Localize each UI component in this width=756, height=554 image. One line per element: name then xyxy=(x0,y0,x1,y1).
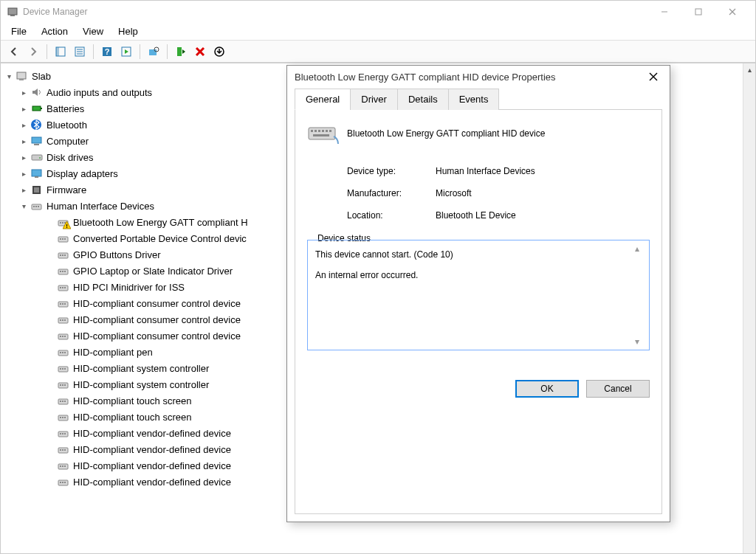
root-icon xyxy=(16,70,29,82)
scan-hardware-button[interactable] xyxy=(145,43,162,60)
hid-icon xyxy=(57,443,70,455)
tree-label: Batteries xyxy=(47,103,84,114)
chevron-down-icon[interactable]: ▾ xyxy=(4,71,14,81)
menu-file[interactable]: File xyxy=(4,24,34,38)
tree-label: GPIO Laptop or Slate Indicator Driver xyxy=(73,266,233,277)
svg-point-29 xyxy=(39,157,41,159)
action-button[interactable] xyxy=(117,43,135,60)
tree-label: Display adapters xyxy=(47,168,118,179)
menu-action[interactable]: Action xyxy=(34,24,75,38)
update-button[interactable] xyxy=(210,43,228,60)
scroll-up-icon[interactable]: ▴ xyxy=(635,242,647,255)
svg-rect-78 xyxy=(64,368,66,370)
help-button[interactable]: ? xyxy=(98,43,116,60)
svg-rect-52 xyxy=(60,271,61,272)
svg-rect-68 xyxy=(60,336,61,337)
chevron-right-icon[interactable]: ▸ xyxy=(18,103,29,114)
forward-button[interactable] xyxy=(24,43,42,60)
svg-text:?: ? xyxy=(105,47,110,56)
svg-rect-56 xyxy=(60,287,61,288)
svg-rect-111 xyxy=(315,130,317,132)
svg-rect-69 xyxy=(62,336,63,337)
scroll-down-icon[interactable]: ▾ xyxy=(635,335,647,348)
svg-rect-48 xyxy=(60,255,61,256)
hid-icon xyxy=(57,314,70,325)
svg-rect-28 xyxy=(32,155,42,160)
device-status-text[interactable]: This device cannot start. (Code 10) An i… xyxy=(307,240,650,350)
svg-rect-24 xyxy=(41,108,42,109)
svg-rect-54 xyxy=(64,271,66,272)
chevron-down-icon[interactable]: ▾ xyxy=(18,201,29,211)
chevron-right-icon[interactable]: ▸ xyxy=(18,152,29,162)
tree-label: HID PCI Minidriver for ISS xyxy=(73,282,185,293)
tree-label: Human Interface Devices xyxy=(47,201,154,212)
svg-rect-65 xyxy=(62,319,63,321)
hid-icon xyxy=(57,281,70,293)
show-hide-tree-button[interactable] xyxy=(52,43,69,60)
back-button[interactable] xyxy=(5,43,23,60)
svg-rect-76 xyxy=(60,368,61,370)
svg-rect-61 xyxy=(62,303,63,305)
svg-rect-50 xyxy=(64,255,66,256)
app-icon xyxy=(7,6,18,18)
status-scrollbar[interactable]: ▴ ▾ xyxy=(635,242,647,348)
enable-button[interactable] xyxy=(172,43,190,60)
svg-rect-85 xyxy=(62,401,63,402)
svg-rect-44 xyxy=(60,238,61,240)
tab-driver[interactable]: Driver xyxy=(350,89,398,110)
row-location: Location: Bluetooth LE Device xyxy=(307,210,650,221)
properties-dialog: Bluetooth Low Energy GATT compliant HID … xyxy=(286,65,670,522)
hid-icon xyxy=(57,297,70,309)
svg-rect-33 xyxy=(34,187,39,193)
chevron-right-icon[interactable]: ▸ xyxy=(18,136,29,146)
tab-details[interactable]: Details xyxy=(397,89,449,110)
menu-view[interactable]: View xyxy=(75,24,111,38)
hid-icon xyxy=(57,460,70,471)
bluetooth-icon xyxy=(30,119,44,131)
svg-rect-101 xyxy=(62,465,63,467)
tab-events[interactable]: Events xyxy=(448,89,500,110)
svg-rect-86 xyxy=(64,401,66,402)
chevron-right-icon[interactable]: ▸ xyxy=(18,168,29,179)
cancel-button[interactable]: Cancel xyxy=(586,380,650,398)
titlebar: Device Manager xyxy=(1,1,755,23)
close-button[interactable] xyxy=(715,1,749,23)
tree-label: HID-compliant system controller xyxy=(73,379,209,390)
svg-text:!: ! xyxy=(66,223,68,229)
row-manufacturer: Manufacturer: Microsoft xyxy=(307,188,650,198)
svg-rect-109 xyxy=(309,128,335,139)
svg-rect-66 xyxy=(64,319,66,321)
hid-icon xyxy=(57,249,70,260)
svg-rect-104 xyxy=(60,482,61,483)
status-line-1: This device cannot start. (Code 10) xyxy=(315,248,628,261)
svg-rect-114 xyxy=(326,130,328,132)
tree-label: Firmware xyxy=(47,184,86,195)
svg-rect-81 xyxy=(62,384,63,386)
tree-label: Audio inputs and outputs xyxy=(47,87,152,98)
tree-label: Bluetooth xyxy=(47,120,87,131)
firmware-icon xyxy=(30,184,44,195)
dialog-close-button[interactable] xyxy=(645,68,662,86)
tree-label: HID-compliant system controller xyxy=(73,363,209,374)
tab-general[interactable]: General xyxy=(295,89,351,110)
properties-button[interactable] xyxy=(71,43,89,60)
vertical-scrollbar[interactable]: ▴ xyxy=(743,63,755,553)
chevron-right-icon[interactable]: ▸ xyxy=(18,87,29,97)
hid-icon xyxy=(57,411,70,423)
window-controls xyxy=(647,1,749,23)
maximize-button[interactable] xyxy=(681,1,715,23)
menu-help[interactable]: Help xyxy=(111,24,145,38)
svg-rect-57 xyxy=(62,287,63,288)
svg-rect-97 xyxy=(62,449,63,451)
ok-button[interactable]: OK xyxy=(515,380,579,398)
svg-rect-49 xyxy=(62,255,63,256)
chevron-right-icon[interactable]: ▸ xyxy=(18,184,29,195)
uninstall-button[interactable] xyxy=(191,43,209,60)
tree-label: HID-compliant vendor-defined device xyxy=(73,428,231,439)
tree-label: GPIO Buttons Driver xyxy=(73,249,160,260)
display-icon xyxy=(30,167,44,179)
chevron-right-icon[interactable]: ▸ xyxy=(18,120,29,130)
scroll-up-icon[interactable]: ▴ xyxy=(743,63,756,76)
tree-label: Converted Portable Device Control devic xyxy=(73,233,247,244)
minimize-button[interactable] xyxy=(647,1,681,23)
